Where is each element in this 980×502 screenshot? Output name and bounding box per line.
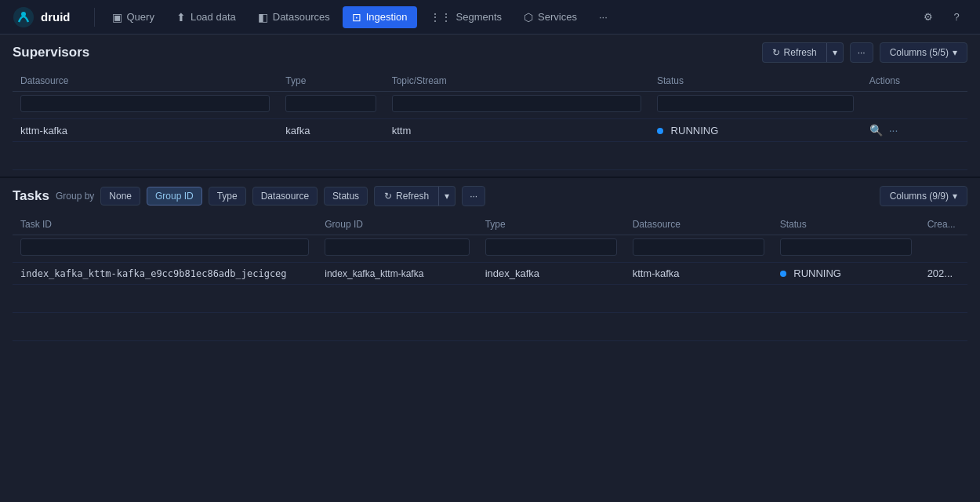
services-icon: ⬡: [524, 11, 533, 24]
supervisors-more-button[interactable]: ···: [850, 42, 873, 63]
cell-task-type: index_kafka: [477, 263, 625, 285]
tasks-header: Tasks Group by None Group ID Type Dataso…: [0, 178, 980, 214]
more-icon: ···: [858, 47, 866, 58]
tasks-filter-row: [13, 235, 967, 263]
segments-icon: ⋮⋮: [430, 11, 452, 24]
filter-task-id[interactable]: [20, 238, 309, 256]
datasources-icon: ◧: [258, 11, 268, 24]
filter-datasource[interactable]: [20, 95, 270, 112]
filter-task-status[interactable]: [780, 238, 912, 256]
settings-button[interactable]: ⚙: [917, 6, 939, 28]
col-header-status: Status: [649, 71, 862, 92]
cell-task-status: RUNNING: [772, 263, 920, 285]
status-dot: [657, 128, 663, 134]
cell-task-id: index_kafka_kttm-kafka_e9cc9b81ec86adb_j…: [13, 263, 317, 285]
col-header-datasource: Datasource: [13, 71, 278, 92]
group-status-button[interactable]: Status: [324, 187, 368, 206]
supervisors-header: Supervisors ↻ Refresh ▾ ··· Columns (5/5…: [0, 35, 980, 71]
supervisors-refresh-dropdown[interactable]: ▾: [826, 42, 844, 63]
supervisors-table: Datasource Type Topic/Stream Status Acti: [13, 71, 967, 170]
filter-task-datasource[interactable]: [633, 238, 764, 256]
navbar-right: ⚙ ?: [917, 6, 967, 28]
query-icon: ▣: [112, 11, 122, 24]
logo-text: druid: [41, 10, 71, 24]
tasks-refresh-button-group: ↻ Refresh ▾: [374, 186, 456, 206]
group-datasource-button[interactable]: Datasource: [252, 187, 318, 206]
filter-status[interactable]: [657, 95, 854, 112]
nav-label-query: Query: [127, 11, 154, 23]
col-header-task-id: Task ID: [13, 214, 317, 235]
supervisors-title: Supervisors: [13, 45, 756, 60]
app-logo[interactable]: druid: [13, 6, 71, 28]
table-row: kttm-kafka kafka kttm RUNNING 🔍 ···: [13, 119, 967, 142]
cell-task-datasource: kttm-kafka: [625, 263, 772, 285]
tasks-columns-chevron-icon: ▾: [953, 191, 957, 202]
group-none-button[interactable]: None: [100, 187, 140, 206]
nav-label-segments: Segments: [456, 11, 503, 23]
supervisors-header-row: Datasource Type Topic/Stream Status Acti: [13, 71, 967, 92]
col-header-actions: Actions: [862, 71, 967, 92]
nav-label-more: ···: [599, 11, 608, 23]
cell-actions: 🔍 ···: [862, 119, 967, 142]
group-type-button[interactable]: Type: [209, 187, 246, 206]
col-header-type: Type: [278, 71, 383, 92]
tasks-header-row: Task ID Group ID Type Datasource Status: [13, 214, 967, 235]
nav-item-datasources[interactable]: ◧ Datasources: [249, 6, 339, 28]
tasks-empty-row-2: [13, 313, 967, 341]
nav-item-segments[interactable]: ⋮⋮ Segments: [420, 6, 512, 28]
filter-type[interactable]: [285, 95, 376, 112]
tasks-title: Tasks: [13, 188, 49, 204]
refresh-label: Refresh: [784, 47, 817, 58]
tasks-refresh-dropdown[interactable]: ▾: [438, 186, 456, 206]
chevron-down-icon: ▾: [833, 47, 837, 58]
main-content: Supervisors ↻ Refresh ▾ ··· Columns (5/5…: [0, 35, 980, 502]
load-data-icon: ⬆: [176, 11, 186, 24]
ingestion-icon: ⊡: [352, 11, 361, 24]
settings-icon: ⚙: [924, 11, 933, 23]
col-header-task-type: Type: [477, 214, 625, 235]
col-header-task-created: Crea...: [920, 214, 967, 235]
svg-point-1: [21, 12, 26, 16]
tasks-table: Task ID Group ID Type Datasource Status: [13, 214, 967, 341]
tasks-table-container: Task ID Group ID Type Datasource Status: [0, 214, 980, 347]
cell-topic: kttm: [384, 119, 649, 142]
nav-item-ingestion[interactable]: ⊡ Ingestion: [343, 6, 417, 28]
table-row: index_kafka_kttm-kafka_e9cc9b81ec86adb_j…: [13, 263, 967, 285]
col-header-task-datasource: Datasource: [625, 214, 772, 235]
help-button[interactable]: ?: [946, 6, 967, 28]
filter-group-id[interactable]: [325, 238, 469, 256]
nav-item-load-data[interactable]: ⬆ Load data: [167, 6, 245, 28]
nav-item-query[interactable]: ▣ Query: [103, 6, 164, 28]
cell-task-created: 202...: [920, 263, 967, 285]
supervisors-columns-button[interactable]: Columns (5/5) ▾: [880, 42, 967, 63]
tasks-chevron-down-icon: ▾: [445, 191, 449, 202]
supervisors-refresh-button[interactable]: ↻ Refresh: [762, 42, 826, 63]
group-id-button[interactable]: Group ID: [147, 187, 202, 206]
group-by-label: Group by: [56, 191, 94, 202]
nav-label-datasources: Datasources: [273, 11, 330, 23]
tasks-refresh-button[interactable]: ↻ Refresh: [374, 186, 438, 206]
filter-topic[interactable]: [392, 95, 641, 112]
tasks-more-button[interactable]: ···: [462, 186, 485, 206]
nav-label-services: Services: [538, 11, 577, 23]
nav-label-load-data: Load data: [191, 11, 236, 23]
nav-item-services[interactable]: ⬡ Services: [514, 6, 586, 28]
task-status-dot: [780, 271, 786, 277]
tasks-section: Tasks Group by None Group ID Type Dataso…: [0, 178, 980, 502]
tasks-columns-button[interactable]: Columns (9/9) ▾: [880, 186, 967, 206]
tasks-refresh-icon: ↻: [384, 191, 392, 202]
zoom-icon[interactable]: 🔍: [869, 124, 883, 136]
nav-items: ▣ Query ⬆ Load data ◧ Datasources ⊡ Inge…: [103, 6, 918, 28]
tasks-more-icon: ···: [470, 191, 477, 202]
refresh-icon: ↻: [772, 47, 780, 58]
col-header-task-status: Status: [772, 214, 920, 235]
filter-task-type[interactable]: [485, 238, 617, 256]
tasks-columns-label: Columns (9/9): [890, 191, 949, 202]
cell-datasource: kttm-kafka: [13, 119, 278, 142]
nav-item-more[interactable]: ···: [590, 6, 617, 27]
navbar: druid ▣ Query ⬆ Load data ◧ Datasources …: [0, 0, 980, 35]
row-more-icon[interactable]: ···: [889, 124, 898, 136]
empty-row-1: [13, 142, 967, 170]
help-icon: ?: [953, 11, 959, 23]
tasks-empty-row-1: [13, 285, 967, 313]
